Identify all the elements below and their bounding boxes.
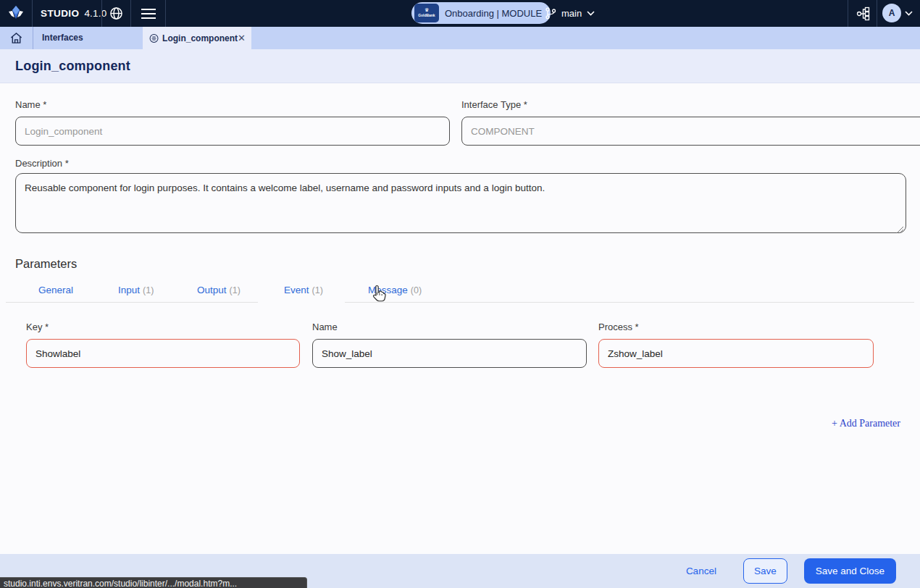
tab-count: (1) [230, 285, 241, 295]
main-menu-button[interactable] [139, 0, 158, 27]
name-label: Name * [15, 99, 46, 110]
interface-type-label: Interface Type * [461, 99, 527, 110]
crown-icon: ♛ [425, 8, 429, 12]
param-name-field[interactable] [312, 339, 587, 368]
studio-logo-icon[interactable] [6, 3, 26, 26]
interface-type-field[interactable] [461, 117, 920, 146]
key-label: Key * [26, 322, 49, 332]
tab-label: General [38, 285, 73, 295]
divider [101, 0, 102, 27]
page-header: Login_component [0, 49, 920, 83]
status-bar-url: studio.inti.envs.veritran.com/studio/lib… [0, 577, 307, 588]
git-branch-icon [545, 7, 556, 20]
document-tab-bar: Interfaces Login_component ✕ [0, 27, 920, 49]
tab-label: Input [118, 285, 140, 295]
tab-count: (1) [143, 285, 154, 295]
app-window: STUDIO4.1.0 ♛ GoldBank Onboarding | [0, 0, 920, 588]
avatar-initial: A [889, 8, 895, 18]
tab-divider [345, 302, 914, 303]
page-title: Login_component [15, 49, 130, 83]
user-avatar[interactable]: A [882, 4, 901, 22]
tab-divider [6, 302, 258, 303]
divider [33, 27, 33, 49]
save-button[interactable]: Save [743, 558, 787, 584]
globe-icon [109, 7, 123, 20]
branch-selector[interactable]: main [545, 0, 595, 27]
param-tab-message[interactable]: Message(0) [368, 285, 422, 295]
divider [130, 0, 131, 27]
branch-name: main [561, 8, 582, 19]
hamburger-icon [141, 8, 156, 20]
tab-label: Message [368, 285, 408, 295]
close-tab-icon[interactable]: ✕ [238, 33, 246, 43]
account-menu-button[interactable] [903, 0, 914, 27]
tab-login-component[interactable]: Login_component ✕ [143, 27, 251, 49]
brand-version: 4.1.0 [84, 8, 106, 19]
parameters-heading: Parameters [15, 257, 77, 271]
divider [848, 0, 848, 27]
brand-name: STUDIO [41, 8, 79, 19]
project-module-badge[interactable]: ♛ GoldBank Onboarding | MODULE [411, 2, 551, 24]
param-process-field[interactable] [598, 339, 874, 368]
cancel-button[interactable]: Cancel [686, 566, 716, 576]
top-navigation-bar: STUDIO4.1.0 ♛ GoldBank Onboarding | [0, 0, 920, 27]
param-tab-output[interactable]: Output(1) [197, 285, 241, 295]
brand-title: STUDIO4.1.0 [41, 0, 106, 27]
param-name-label: Name [312, 322, 338, 332]
divider [165, 0, 166, 27]
hierarchy-button[interactable] [853, 0, 874, 27]
home-icon [9, 31, 23, 45]
param-tab-input[interactable]: Input(1) [118, 285, 154, 295]
add-parameter-link[interactable]: + Add Parameter [832, 418, 900, 429]
name-field[interactable] [15, 117, 450, 146]
project-module-label: Onboarding | MODULE [445, 8, 542, 19]
tab-count: (1) [312, 285, 323, 295]
param-key-field[interactable] [26, 339, 300, 368]
chevron-down-icon [587, 11, 595, 16]
tab-label: Output [197, 285, 227, 295]
tab-count: (0) [411, 285, 422, 295]
home-tab-button[interactable] [0, 27, 33, 49]
active-tab-label: Login_component [162, 33, 238, 43]
tab-label: Event [284, 285, 309, 295]
goldbank-logo-text: GoldBank [418, 13, 435, 17]
description-label: Description * [15, 158, 69, 169]
save-and-close-button[interactable]: Save and Close [804, 558, 896, 584]
param-tab-general[interactable]: General [38, 285, 76, 295]
goldbank-logo: ♛ GoldBank [414, 4, 439, 22]
chevron-down-icon [905, 11, 913, 16]
resize-handle-icon[interactable] [896, 224, 904, 237]
divider [877, 0, 877, 27]
interface-icon [149, 33, 159, 44]
description-field[interactable]: Reusable component for login purposes. I… [15, 173, 906, 233]
divider [32, 0, 33, 27]
tab-interfaces[interactable]: Interfaces [42, 27, 83, 49]
language-globe-button[interactable] [106, 0, 126, 27]
param-tab-event[interactable]: Event(1) [284, 285, 323, 295]
process-label: Process * [598, 322, 639, 332]
org-chart-icon [856, 7, 871, 21]
